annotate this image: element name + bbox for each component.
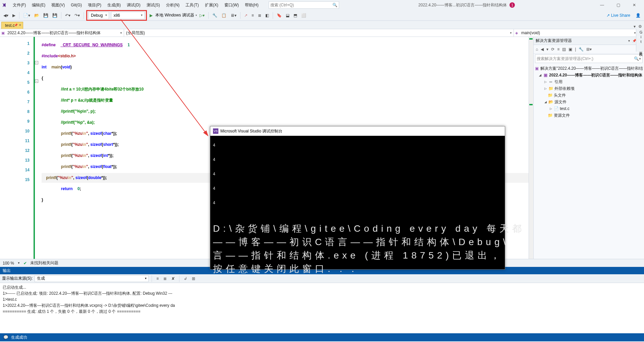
menu-debug[interactable]: 调试(D) xyxy=(124,1,143,9)
tb-icon-4[interactable]: ↗ xyxy=(243,12,249,19)
se-collapse-icon[interactable]: ▣ xyxy=(569,47,572,52)
menu-file[interactable]: 文件(F) xyxy=(10,1,29,9)
solution-explorer-title[interactable]: 解决方案资源管理器▾ 📌 ✕ xyxy=(534,37,644,45)
out-icon-4[interactable]: ↲ xyxy=(182,275,189,282)
status-bar: 💬 生成成功 xyxy=(0,333,644,341)
se-props-icon[interactable]: 🔧 xyxy=(579,47,584,52)
tb-icon-5[interactable]: ≡ xyxy=(250,12,255,19)
pin-icon[interactable]: 📌 ✕ xyxy=(14,23,21,27)
live-share-button[interactable]: ↗Live Share xyxy=(606,13,630,18)
zoom-combo[interactable]: 100 % xyxy=(3,261,14,266)
console-title-bar[interactable]: VS Microsoft Visual Studio 调试控制台 xyxy=(210,126,505,136)
nav-project-combo[interactable]: ▣2022.4.20——博客——初识C语言——指针和结构体▼ xyxy=(0,29,124,37)
solution-search-input[interactable]: 搜索解决方案资源管理器(Ctrl+;)🔍▾ xyxy=(535,54,643,63)
external-deps-node[interactable]: ▷📁外部依赖项 xyxy=(534,85,643,92)
tab-test-c[interactable]: test.c📌 ✕ xyxy=(1,22,23,29)
out-icon-1[interactable]: ≡ xyxy=(155,275,160,282)
out-icon-5[interactable]: ⊞ xyxy=(191,275,197,282)
nav-back-button[interactable]: ◀▾ xyxy=(2,12,10,19)
resource-node[interactable]: 📁资源文件 xyxy=(534,112,643,119)
debugger-label[interactable]: 本地 Windows 调试器 xyxy=(155,12,194,18)
save-all-button[interactable]: 💾 xyxy=(51,12,59,19)
tb-icon-11[interactable]: ⬜ xyxy=(300,12,308,19)
tb-icon-9[interactable]: ⬓ xyxy=(284,12,291,19)
se-view-icon[interactable]: ⊞▾ xyxy=(586,47,592,52)
global-search-input[interactable]: 搜索 (Ctrl+Q) 🔍 xyxy=(269,1,339,9)
tb-icon-2[interactable]: 📋 xyxy=(220,12,228,19)
main-toolbar: ◀▾ ▶ 📄▾ 📂 💾 💾 ↶▾ ↷▾ Debug▼ x86▼ ▶ 本地 Win… xyxy=(0,10,644,21)
fold-margin[interactable]: −− xyxy=(34,37,38,259)
menu-analyze[interactable]: 分析(N) xyxy=(163,1,182,9)
open-button[interactable]: 📂 xyxy=(33,12,41,19)
solution-explorer-toolbar: ⌂ ◀▾ ⟳ ≡ ▤ ▣ | 🔧 ⊞▾ xyxy=(534,45,644,54)
menu-view[interactable]: 视图(V) xyxy=(49,1,67,9)
source-node[interactable]: ◢📂源文件 xyxy=(534,99,643,105)
solution-tree[interactable]: ▣解决方案"2022.4.20——博客——初识C语言——指针和结 ◢▣2022.… xyxy=(534,64,644,259)
search-placeholder: 搜索 (Ctrl+Q) xyxy=(270,2,294,8)
menu-git[interactable]: Git(G) xyxy=(68,1,85,9)
menu-help[interactable]: 帮助(H) xyxy=(242,1,261,9)
solution-root[interactable]: ▣解决方案"2022.4.20——博客——初识C语言——指针和结 xyxy=(534,65,643,72)
menu-window[interactable]: 窗口(W) xyxy=(222,1,241,9)
se-home-icon[interactable]: ⌂ xyxy=(536,47,538,52)
start-debug-button[interactable]: ▶ xyxy=(148,12,154,19)
notification-badge[interactable]: 1 xyxy=(509,2,515,8)
se-filter-icon[interactable]: ≡ xyxy=(557,47,559,52)
git-changes-tab[interactable]: Git 更改 xyxy=(636,29,644,52)
status-icon: 💬 xyxy=(3,335,8,340)
start-nodebug-button[interactable]: ▷▾ xyxy=(198,12,206,19)
document-tab-well: test.c📌 ✕ ▾ ⚙ xyxy=(0,21,644,29)
file-test-c[interactable]: ▷📄test.c xyxy=(534,105,643,112)
menu-tools[interactable]: 工具(T) xyxy=(183,1,201,9)
tb-icon-1[interactable]: 🔧 xyxy=(211,12,219,19)
out-icon-3[interactable]: ✘ xyxy=(170,275,176,282)
close-button[interactable]: ✕ xyxy=(627,0,642,10)
output-source-label: 显示输出来源(S): xyxy=(2,276,33,281)
debug-console-window[interactable]: VS Microsoft Visual Studio 调试控制台 4 4 4 4… xyxy=(210,126,505,270)
nav-fwd-button[interactable]: ▶ xyxy=(11,12,17,19)
references-node[interactable]: ▷▫▫引用 xyxy=(534,78,643,85)
menu-edit[interactable]: 编辑(E) xyxy=(29,1,48,9)
nav-member-combo[interactable]: ◈main(void)▼ xyxy=(514,29,638,37)
tab-settings-icon[interactable]: ⚙ xyxy=(638,24,642,29)
tb-icon-7[interactable]: ◧ xyxy=(264,12,270,19)
project-node[interactable]: ◢▣2022.4.20——博客——初识C语言——指针和结构体 xyxy=(534,72,643,78)
headers-node[interactable]: 📁头文件 xyxy=(534,92,643,99)
issues-text[interactable]: 未找到相关问题 xyxy=(30,260,58,266)
account-icon[interactable]: 👤 xyxy=(634,12,642,19)
undo-button[interactable]: ↶▾ xyxy=(64,12,72,19)
nav-scope-combo[interactable]: (全局范围)▼ xyxy=(124,29,514,37)
error-strip[interactable] xyxy=(529,37,533,259)
config-platform-group: Debug▼ x86▼ xyxy=(86,10,147,21)
window-title-text: 2022.4.20——博客...初识C语言——指针和结构体 xyxy=(418,2,507,8)
menu-test[interactable]: 测试(S) xyxy=(144,1,163,9)
save-button[interactable]: 💾 xyxy=(42,12,50,19)
output-source-combo[interactable]: 生成▼ xyxy=(35,275,149,282)
console-output: 4 4 4 4 4 D:\杂货铺\编程\gitee\Coding every d… xyxy=(210,136,505,277)
console-title-text: Microsoft Visual Studio 调试控制台 xyxy=(220,128,282,134)
menu-build[interactable]: 生成(B) xyxy=(105,1,123,9)
window-title: 2022.4.20——博客...初识C语言——指针和结构体 1 xyxy=(340,2,594,8)
se-back-icon[interactable]: ◀ xyxy=(541,47,544,52)
menu-project[interactable]: 项目(P) xyxy=(85,1,104,9)
tb-icon-6[interactable]: ≣ xyxy=(257,12,263,19)
tb-icon-8[interactable]: 🔖 xyxy=(275,12,283,19)
ok-icon: ✔ xyxy=(23,261,27,266)
new-item-button[interactable]: 📄▾ xyxy=(22,12,32,19)
tb-icon-10[interactable]: ⬒ xyxy=(292,12,299,19)
config-combo[interactable]: Debug▼ xyxy=(89,12,109,19)
platform-combo[interactable]: x86▼ xyxy=(111,12,145,19)
menu-bar: 文件(F) 编辑(E) 视图(V) Git(G) 项目(P) 生成(B) 调试(… xyxy=(0,0,644,10)
menu-extensions[interactable]: 扩展(X) xyxy=(202,1,221,9)
se-showall-icon[interactable]: ▤ xyxy=(562,47,566,52)
redo-button[interactable]: ↷▾ xyxy=(73,12,81,19)
minimize-button[interactable]: — xyxy=(594,0,610,10)
share-icon: ↗ xyxy=(606,13,610,18)
tab-overflow-button[interactable]: ▾ xyxy=(634,24,636,29)
se-sync-icon[interactable]: ⟳ xyxy=(551,47,554,52)
out-icon-2[interactable]: ≣ xyxy=(162,275,168,282)
output-text[interactable]: 已启动生成... 1>------ 已启动生成: 项目: 2022.4.20—博… xyxy=(0,283,644,333)
tb-icon-3[interactable]: 🖥▾ xyxy=(229,12,238,19)
maximize-button[interactable]: ▢ xyxy=(610,0,626,10)
solution-explorer-panel: 解决方案资源管理器▾ 📌 ✕ ⌂ ◀▾ ⟳ ≡ ▤ ▣ | 🔧 ⊞▾ 搜索解决方… xyxy=(533,37,644,259)
